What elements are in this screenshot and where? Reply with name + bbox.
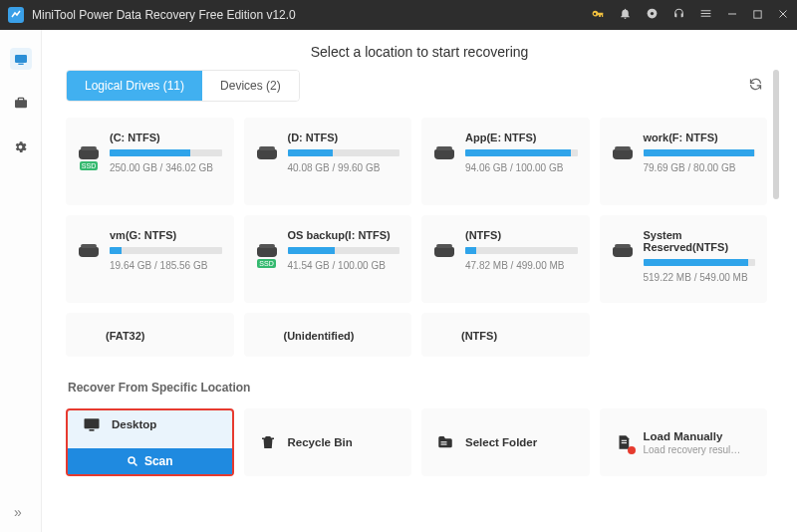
drive-size: 94.06 GB / 100.00 GB <box>465 162 578 173</box>
usage-bar <box>644 259 756 266</box>
drive-name: (NTFS) <box>465 229 578 241</box>
app-logo-icon <box>8 7 24 23</box>
svg-rect-4 <box>754 10 761 17</box>
svg-rect-14 <box>441 444 447 445</box>
drive-name: App(E: NTFS) <box>465 132 578 143</box>
svg-point-11 <box>129 457 134 463</box>
drives-grid: SSD (C: NTFS) 250.00 GB / 346.02 GB (D: … <box>66 118 767 303</box>
sidebar-settings-icon[interactable] <box>10 135 32 157</box>
drive-card[interactable]: (D: NTFS) 40.08 GB / 99.60 GB <box>244 118 412 205</box>
location-desktop[interactable]: Desktop Scan <box>66 408 234 476</box>
disk-icon: SSD <box>78 149 100 193</box>
drive-card[interactable]: (FAT32) <box>66 313 234 357</box>
drive-name: (D: NTFS) <box>288 132 400 143</box>
page-heading: Select a location to start recovering <box>42 30 797 70</box>
drive-size: 250.00 GB / 346.02 GB <box>110 162 222 173</box>
disk-icon <box>612 149 634 193</box>
svg-rect-16 <box>621 442 626 443</box>
drive-card[interactable]: SSD OS backup(I: NTFS) 41.54 GB / 100.00… <box>244 215 412 303</box>
close-icon[interactable] <box>777 8 789 23</box>
svg-rect-15 <box>621 440 626 441</box>
drive-name: work(F: NTFS) <box>644 132 756 143</box>
bell-icon[interactable] <box>619 7 632 23</box>
load-icon <box>614 432 634 452</box>
section-specific-location: Recover From Specific Location <box>68 381 767 395</box>
drive-size: 41.54 GB / 100.00 GB <box>288 260 400 271</box>
disk-icon <box>433 149 455 193</box>
drive-size: 19.64 GB / 185.56 GB <box>110 260 222 271</box>
tab-devices[interactable]: Devices (2) <box>202 71 299 101</box>
drive-card[interactable]: (Unidentified) <box>244 313 412 357</box>
location-load-manually[interactable]: Load Manually Load recovery result (*... <box>600 408 768 476</box>
sidebar-toolbox-icon[interactable] <box>10 92 32 114</box>
drives-grid-row3: (FAT32)(Unidentified)(NTFS) <box>66 313 767 357</box>
usage-bar <box>465 149 578 156</box>
disc-icon[interactable] <box>646 7 659 23</box>
drive-card[interactable]: App(E: NTFS) 94.06 GB / 100.00 GB <box>421 118 590 205</box>
usage-bar <box>465 247 578 254</box>
scrollbar[interactable] <box>773 70 779 476</box>
drive-name: OS backup(I: NTFS) <box>288 229 400 241</box>
scan-label: Scan <box>144 454 173 468</box>
sidebar-home-icon[interactable] <box>10 48 32 70</box>
window-title: MiniTool Power Data Recovery Free Editio… <box>32 8 591 22</box>
location-select-folder[interactable]: Select Folder <box>421 408 590 476</box>
location-recycle-bin[interactable]: Recycle Bin <box>244 408 412 476</box>
location-label: Recycle Bin <box>288 436 353 448</box>
drive-card[interactable]: (NTFS) <box>421 313 590 357</box>
location-label: Load Manually <box>644 430 743 442</box>
disk-icon <box>433 247 455 291</box>
drive-card[interactable]: SSD (C: NTFS) 250.00 GB / 346.02 GB <box>66 118 234 205</box>
desktop-icon <box>82 414 102 434</box>
svg-line-12 <box>133 463 136 466</box>
svg-rect-8 <box>18 64 23 65</box>
disk-icon <box>612 247 634 291</box>
tabs: Logical Drives (11) Devices (2) <box>66 70 300 102</box>
drive-card[interactable]: vm(G: NTFS) 19.64 GB / 185.56 GB <box>66 215 234 303</box>
sidebar: » <box>0 30 42 532</box>
location-subtitle: Load recovery result (*... <box>644 444 743 455</box>
drive-size: 40.08 GB / 99.60 GB <box>288 162 400 173</box>
drive-name: (C: NTFS) <box>110 132 222 143</box>
scrollbar-thumb[interactable] <box>773 70 779 199</box>
svg-rect-9 <box>85 418 100 428</box>
disk-icon <box>256 149 278 193</box>
refresh-icon[interactable] <box>748 77 767 95</box>
trash-icon <box>258 432 278 452</box>
usage-bar <box>110 247 222 254</box>
maximize-icon[interactable] <box>752 8 763 23</box>
drive-name: (NTFS) <box>461 330 497 342</box>
scan-button[interactable]: Scan <box>68 448 232 474</box>
drive-card[interactable]: work(F: NTFS) 79.69 GB / 80.00 GB <box>600 118 768 205</box>
location-label: Select Folder <box>465 436 537 448</box>
folder-icon <box>435 432 455 452</box>
drive-name: System Reserved(NTFS) <box>644 229 756 253</box>
usage-bar <box>288 149 400 156</box>
drive-size: 47.82 MB / 499.00 MB <box>465 260 578 271</box>
menu-icon[interactable] <box>699 7 712 23</box>
drive-card[interactable]: System Reserved(NTFS) 519.22 MB / 549.00… <box>600 215 768 303</box>
usage-bar <box>110 149 222 156</box>
location-label: Desktop <box>112 418 156 430</box>
usage-bar <box>644 149 756 156</box>
usage-bar <box>288 247 400 254</box>
title-bar: MiniTool Power Data Recovery Free Editio… <box>0 0 797 30</box>
drive-size: 79.69 GB / 80.00 GB <box>644 162 756 173</box>
svg-rect-7 <box>15 55 27 63</box>
drive-name: (FAT32) <box>106 330 145 342</box>
svg-rect-13 <box>441 441 447 442</box>
minimize-icon[interactable] <box>726 8 738 23</box>
svg-point-2 <box>651 12 654 15</box>
headset-icon[interactable] <box>672 7 685 23</box>
drive-name: (Unidentified) <box>284 330 355 342</box>
drive-name: vm(G: NTFS) <box>110 229 222 241</box>
disk-icon: SSD <box>256 247 278 291</box>
svg-rect-10 <box>90 429 95 431</box>
tab-logical-drives[interactable]: Logical Drives (11) <box>67 71 202 101</box>
disk-icon <box>78 247 100 291</box>
key-icon[interactable] <box>591 7 605 24</box>
expand-sidebar-icon[interactable]: » <box>14 504 22 520</box>
drive-card[interactable]: (NTFS) 47.82 MB / 499.00 MB <box>421 215 590 303</box>
drive-size: 519.22 MB / 549.00 MB <box>644 272 756 283</box>
